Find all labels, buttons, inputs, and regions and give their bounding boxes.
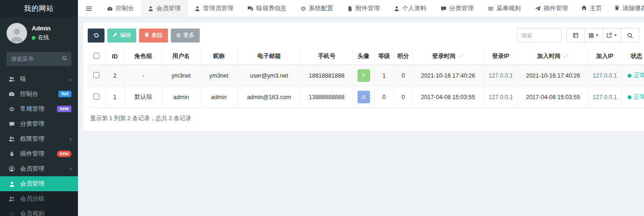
cell-group: 默认组	[125, 86, 162, 108]
row-checkbox[interactable]	[93, 72, 99, 78]
cell-login-time: 2017-04-08 15:03:55	[413, 86, 483, 108]
col-id: ID	[105, 48, 125, 65]
chevron-down-icon: ‹	[67, 168, 74, 170]
user-icon	[394, 6, 399, 11]
sidebar-item-category[interactable]: 分类管理	[0, 116, 78, 131]
cell-nickname: ym3net	[200, 65, 238, 86]
tab-attachment[interactable]: 附件管理	[340, 0, 387, 17]
user-status-label: 在线	[38, 34, 49, 42]
columns-button[interactable]: ▼	[585, 28, 603, 43]
new-badge: new	[57, 151, 71, 157]
cell-username: ym3net	[162, 65, 200, 86]
rocket-icon	[8, 151, 15, 157]
edit-button-label: 编辑	[120, 31, 131, 39]
edit-button[interactable]: 编辑	[107, 29, 136, 43]
delete-button[interactable]: 删除	[139, 29, 168, 43]
login-ip-link[interactable]: 127.0.0.1	[489, 94, 513, 101]
sidebar-item-label: 分类管理	[20, 120, 71, 128]
sidebar-item-dashboard[interactable]: 控制台 hot	[0, 86, 78, 101]
search-button[interactable]	[621, 28, 639, 43]
clear-cache-link[interactable]: 清除缓存	[608, 0, 644, 17]
sidebar-item-cat[interactable]: 猫 ‹	[0, 72, 78, 86]
sidebar-item-addon[interactable]: 插件管理 new	[0, 146, 78, 161]
sidebar-item-member-parent[interactable]: 会员管理 ‹	[0, 161, 78, 176]
table-header-row: ID 角色组 用户名 昵称 电子邮箱 手机号 头像 等级 积分 登录时间▲▼ 登…	[88, 48, 644, 65]
toggle-view-button[interactable]	[567, 28, 585, 43]
sidebar-item-member-list[interactable]: 会员管理	[0, 176, 78, 191]
new-badge: new	[57, 106, 71, 112]
delete-button-label: 删除	[152, 31, 163, 39]
col-join-time[interactable]: 加入时间▲▼	[518, 48, 588, 65]
sidebar-item-general[interactable]: ⚙ 常规管理 new	[0, 101, 78, 116]
tab-cat-adoption[interactable]: 猫领养信息	[240, 0, 294, 17]
tab-dashboard[interactable]: 控制台	[100, 0, 141, 17]
sidebar-item-label: 常规管理	[20, 105, 52, 113]
tab-profile[interactable]: 个人资料	[387, 0, 434, 17]
tab-label: 菜单规则	[497, 4, 521, 13]
user-icon	[148, 6, 154, 11]
chevron-left-icon: ‹	[70, 76, 71, 83]
cell-score: 0	[394, 65, 413, 86]
select-all-checkbox[interactable]	[93, 53, 99, 59]
tab-admin[interactable]: 管理员管理	[188, 0, 240, 17]
gear-icon: ⚙	[176, 32, 181, 39]
home-label: 主页	[590, 4, 602, 13]
clear-cache-label: 清除缓存	[623, 4, 644, 13]
sidebar-item-label: 会员规则	[20, 209, 71, 216]
table-view-buttons: ▼ ▼	[567, 28, 639, 43]
cell-mobile: 18818881888	[301, 65, 353, 86]
top-navbar: 控制台 会员管理 管理员管理 猫领养信息 ⚙ 系统配置	[78, 0, 644, 17]
sidebar-item-label: 猫	[20, 75, 65, 83]
export-button[interactable]: ▼	[603, 28, 621, 43]
tab-label: 插件管理	[544, 4, 568, 13]
join-ip-link[interactable]: 127.0.0.1	[593, 94, 617, 101]
col-login-time[interactable]: 登录时间▲▼	[413, 48, 483, 65]
table-row[interactable]: 2 - ym3net ym3net user@ym3.net 188188818…	[88, 65, 644, 86]
join-ip-link[interactable]: 127.0.0.1	[593, 72, 617, 79]
cell-level: 1	[374, 65, 394, 86]
col-login-ip: 登录IP	[483, 48, 518, 65]
tab-label: 控制台	[116, 4, 134, 13]
table-row[interactable]: 1 默认组 admin admin admin@163.com 13888888…	[88, 86, 644, 108]
caret-down-icon: ▼	[614, 33, 617, 37]
sidebar-item-member-group[interactable]: 会员分组	[0, 191, 78, 206]
status-dot-icon	[628, 74, 631, 78]
member-table: ID 角色组 用户名 昵称 电子邮箱 手机号 头像 等级 积分 登录时间▲▼ 登…	[88, 48, 644, 108]
tab-menu-rule[interactable]: 菜单规则	[481, 0, 528, 17]
tab-label: 附件管理	[356, 4, 380, 13]
cell-nickname: admin	[200, 86, 238, 108]
cell-score: 0	[394, 86, 413, 108]
hamburger-icon[interactable]	[78, 0, 100, 17]
tab-addon[interactable]: 插件管理	[528, 0, 575, 17]
cell-id: 2	[105, 65, 125, 86]
dashboard-icon	[8, 91, 15, 97]
sidebar-item-auth[interactable]: 权限管理 ‹	[0, 131, 78, 146]
site-title: 我的网站	[0, 0, 78, 17]
tab-config[interactable]: ⚙ 系统配置	[294, 0, 340, 17]
table-search-input[interactable]	[517, 28, 562, 43]
col-group: 角色组	[125, 48, 162, 65]
user-circle-icon	[8, 166, 15, 172]
tab-category[interactable]: 分类管理	[434, 0, 481, 17]
tab-member[interactable]: 会员管理	[141, 0, 188, 17]
col-avatar: 头像	[353, 48, 374, 65]
more-button[interactable]: ⚙ 更多	[171, 29, 200, 43]
user-icon	[8, 181, 15, 187]
comments-icon	[247, 6, 253, 12]
col-email: 电子邮箱	[238, 48, 301, 65]
sidebar-item-member-rule[interactable]: ○ 会员规则	[0, 206, 78, 216]
avatar-letter: A	[357, 91, 370, 103]
main-area: 控制台 会员管理 管理员管理 猫领养信息 ⚙ 系统配置	[78, 0, 644, 216]
refresh-button[interactable]	[88, 29, 105, 43]
sidebar-item-label: 会员分组	[20, 194, 71, 203]
users-icon	[8, 76, 15, 82]
sort-icon[interactable]: ▲▼	[563, 55, 569, 58]
home-link[interactable]: 主页	[575, 0, 608, 17]
member-table-panel: 编辑 删除 ⚙ 更多	[83, 22, 644, 131]
sidebar-search	[7, 52, 71, 66]
login-ip-link[interactable]: 127.0.0.1	[489, 72, 513, 79]
user-icon	[195, 6, 200, 11]
row-checkbox[interactable]	[93, 94, 99, 100]
user-status: 在线	[32, 34, 50, 42]
sort-icon[interactable]: ▲▼	[458, 55, 464, 58]
